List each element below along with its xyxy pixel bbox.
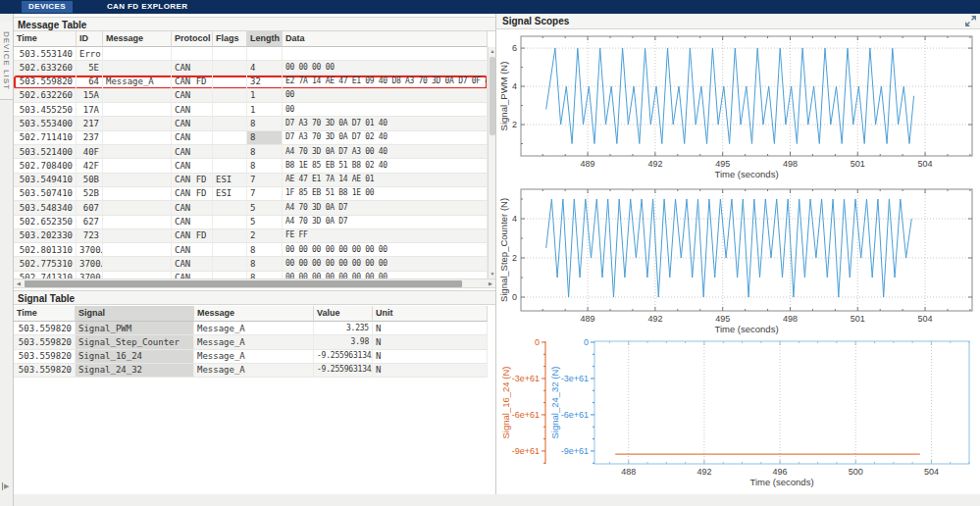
cell-message[interactable] bbox=[103, 229, 172, 243]
cell-protocol[interactable]: CAN bbox=[172, 61, 213, 75]
maximize-icon[interactable] bbox=[965, 16, 976, 26]
cell-flags[interactable] bbox=[213, 145, 247, 159]
column-header-message[interactable]: Message bbox=[103, 31, 172, 47]
cell-flags[interactable] bbox=[213, 117, 247, 130]
cell-time[interactable]: 503.548340 bbox=[14, 201, 77, 215]
column-header-time[interactable]: Time bbox=[14, 306, 76, 322]
cell-protocol[interactable]: CAN bbox=[172, 243, 213, 257]
message-row[interactable]: 502.7413103700…CAN800 00 00 00 00 00 00 … bbox=[14, 272, 488, 278]
cell-id[interactable]: 64 bbox=[77, 76, 103, 89]
cell-length[interactable]: 7 bbox=[247, 174, 283, 187]
cell-signal[interactable]: Signal_PWM bbox=[76, 322, 194, 335]
cell-data[interactable]: A4 70 3D 0A D7 A3 00 40 bbox=[283, 145, 488, 159]
cell-id[interactable]: 3700… bbox=[77, 243, 103, 257]
cell-message[interactable] bbox=[103, 145, 172, 159]
cell-flags[interactable] bbox=[213, 131, 247, 145]
plot-signal-pwm[interactable]: 489492495498501504Time (seconds)246Signa… bbox=[496, 29, 980, 181]
message-row[interactable]: 503.548340607CAN5A4 70 3D 0A D7 bbox=[14, 201, 488, 215]
cell-id[interactable]: 40F bbox=[77, 145, 103, 159]
cell-protocol[interactable] bbox=[172, 47, 213, 61]
cell-id[interactable]: Error bbox=[77, 47, 103, 61]
cell-time[interactable]: 503.559820 bbox=[14, 364, 76, 378]
plot-signal-step-counter[interactable]: 489492495498501504Time (seconds)024Signa… bbox=[496, 181, 980, 338]
column-header-id[interactable]: ID bbox=[77, 31, 103, 47]
column-header-length[interactable]: Length bbox=[247, 31, 283, 47]
cell-time[interactable]: 502.633260 bbox=[14, 61, 77, 75]
message-table-hscrollbar[interactable]: ◀ ▶ bbox=[14, 278, 495, 288]
cell-message[interactable] bbox=[103, 159, 172, 173]
cell-time[interactable]: 503.455250 bbox=[14, 103, 77, 117]
cell-time[interactable]: 502.632260 bbox=[14, 89, 77, 103]
hscroll-thumb[interactable] bbox=[25, 280, 462, 287]
cell-protocol[interactable]: CAN bbox=[172, 216, 213, 229]
cell-length[interactable]: 8 bbox=[247, 145, 283, 159]
cell-data[interactable]: 1F 85 EB 51 B8 1E 00 bbox=[283, 187, 488, 201]
cell-message[interactable]: Message_A bbox=[103, 76, 172, 89]
message-row[interactable]: 502.652350627CAN5A4 70 3D 0A D7 bbox=[14, 216, 488, 229]
device-list-tab[interactable]: DEVICE LIST bbox=[0, 22, 13, 100]
cell-protocol[interactable]: CAN bbox=[172, 145, 213, 159]
cell-flags[interactable] bbox=[213, 229, 247, 243]
cell-message[interactable] bbox=[103, 187, 172, 201]
cell-length[interactable]: 5 bbox=[247, 201, 283, 215]
message-row[interactable]: 503.54941050BCAN FDESI7AE 47 E1 7A 14 AE… bbox=[14, 174, 488, 187]
cell-id[interactable]: 723 bbox=[77, 229, 103, 243]
column-header-signal[interactable]: Signal bbox=[76, 306, 194, 322]
cell-unit[interactable]: N bbox=[373, 335, 488, 349]
cell-time[interactable]: 503.559820 bbox=[14, 350, 76, 364]
cell-data[interactable]: 00 00 00 00 bbox=[283, 61, 488, 75]
cell-data[interactable]: 00 00 00 00 00 00 00 00 bbox=[283, 243, 488, 257]
cell-length[interactable]: 32 bbox=[247, 76, 283, 89]
cell-id[interactable]: 607 bbox=[77, 201, 103, 215]
cell-message[interactable] bbox=[103, 216, 172, 229]
cell-id[interactable]: 17A bbox=[77, 103, 103, 117]
cell-flags[interactable] bbox=[213, 257, 247, 271]
cell-time[interactable]: 503.559820 bbox=[14, 76, 77, 89]
cell-message[interactable] bbox=[103, 201, 172, 215]
cell-flags[interactable] bbox=[213, 216, 247, 229]
cell-value[interactable]: 3.98 bbox=[314, 335, 373, 349]
cell-length[interactable]: 4 bbox=[247, 61, 283, 75]
cell-message[interactable] bbox=[103, 131, 172, 145]
cell-data[interactable]: AE 47 E1 7A 14 AE 01 bbox=[283, 174, 488, 187]
cell-length[interactable]: 8 bbox=[247, 272, 283, 278]
cell-flags[interactable]: ESI bbox=[213, 187, 247, 201]
cell-unit[interactable]: N bbox=[373, 322, 488, 335]
cell-message[interactable] bbox=[103, 89, 172, 103]
cell-message[interactable]: Message_A bbox=[194, 350, 314, 364]
cell-message[interactable]: Message_A bbox=[194, 335, 314, 349]
cell-protocol[interactable]: CAN bbox=[172, 131, 213, 145]
cell-unit[interactable]: N bbox=[373, 350, 488, 364]
cell-time[interactable]: 503.549410 bbox=[14, 174, 77, 187]
cell-length[interactable]: 7 bbox=[247, 187, 283, 201]
cell-time[interactable]: 502.708400 bbox=[14, 159, 77, 173]
cell-message[interactable] bbox=[103, 257, 172, 271]
message-row[interactable]: 503.55982064Message_ACAN FD32E2 7A 14 AE… bbox=[14, 76, 488, 89]
cell-data[interactable]: 00 00 00 00 00 00 00 00 bbox=[283, 272, 488, 278]
cell-id[interactable]: 3700… bbox=[77, 272, 103, 278]
cell-data[interactable]: FE FF bbox=[283, 229, 488, 243]
message-row[interactable]: 502.8013103700…CAN800 00 00 00 00 00 00 … bbox=[14, 243, 488, 257]
column-header-protocol[interactable]: Protocol bbox=[172, 31, 213, 47]
cell-length[interactable]: 8 bbox=[247, 159, 283, 173]
cell-flags[interactable] bbox=[213, 47, 247, 61]
tab-devices[interactable]: DEVICES bbox=[22, 1, 73, 13]
cell-protocol[interactable]: CAN bbox=[172, 89, 213, 103]
cell-flags[interactable] bbox=[213, 103, 247, 117]
cell-data[interactable]: 00 00 00 00 00 00 00 00 bbox=[283, 257, 488, 271]
cell-time[interactable]: 502.711410 bbox=[14, 131, 77, 145]
plot-signal-16-24-and-24-32[interactable]: 488492496500504Time (seconds)00-3e+61-3e… bbox=[496, 338, 980, 494]
message-row[interactable]: 502.7753103700…CAN800 00 00 00 00 00 00 … bbox=[14, 257, 488, 271]
message-row[interactable]: 503.52140040FCAN8A4 70 3D 0A D7 A3 00 40 bbox=[14, 145, 488, 159]
tab-can-fd-explorer[interactable]: CAN FD EXPLORER bbox=[100, 1, 194, 13]
cell-length[interactable]: 8 bbox=[247, 117, 283, 130]
cell-time[interactable]: 503.202330 bbox=[14, 229, 77, 243]
cell-time[interactable]: 502.652350 bbox=[14, 216, 77, 229]
message-row[interactable]: 503.553140Error bbox=[14, 47, 488, 61]
cell-data[interactable]: A4 70 3D 0A D7 bbox=[283, 201, 488, 215]
cell-length[interactable]: 2 bbox=[247, 229, 283, 243]
column-header-flags[interactable]: Flags bbox=[213, 31, 247, 47]
cell-time[interactable]: 502.741310 bbox=[14, 272, 77, 278]
cell-message[interactable] bbox=[103, 103, 172, 117]
cell-value[interactable]: 3.235 bbox=[314, 322, 373, 335]
